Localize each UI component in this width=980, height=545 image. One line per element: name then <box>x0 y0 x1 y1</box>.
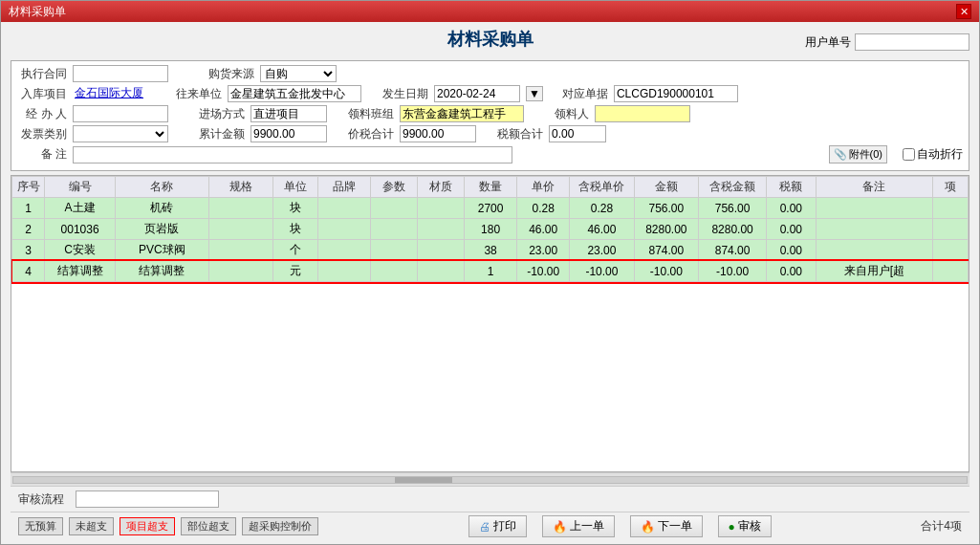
th-material: 材质 <box>417 177 464 198</box>
scrollbar-track[interactable] <box>12 476 968 484</box>
date-picker-icon[interactable]: ▼ <box>526 86 543 101</box>
close-button[interactable]: ✕ <box>956 4 971 19</box>
th-unit: 单位 <box>273 177 318 198</box>
purchase-source-label: 购货来源 <box>205 66 254 82</box>
manager-input[interactable] <box>73 105 168 122</box>
batch-group-input[interactable] <box>400 105 524 122</box>
next-icon: 🔥 <box>641 520 655 534</box>
total-amount-input <box>250 125 327 142</box>
tax-sum-input <box>549 125 606 142</box>
th-tax: 税额 <box>767 177 816 198</box>
workflow-input[interactable] <box>76 490 219 508</box>
badge-project-over[interactable]: 项目超支 <box>120 517 175 535</box>
invoice-label: 发票类别 <box>17 126 67 142</box>
main-window: 材料采购单 ✕ 材料采购单 用户单号 执行合同 购货来源 自购 <box>0 0 980 545</box>
window-title: 材料采购单 <box>9 4 66 20</box>
th-brand: 品牌 <box>317 177 370 198</box>
th-taxprice: 含税单价 <box>570 177 634 198</box>
attachment-icon: 📎 <box>834 148 847 161</box>
remark-input[interactable] <box>73 146 512 164</box>
tax-sum-label: 税额合计 <box>493 126 543 142</box>
purchase-source-select[interactable]: 自购 <box>260 65 337 82</box>
next-button[interactable]: 🔥 下一单 <box>630 515 703 537</box>
batch-group-label: 领料班组 <box>344 106 394 122</box>
receiver-label: 领料人 <box>539 106 589 122</box>
entry-method-label: 进场方式 <box>195 106 245 122</box>
table-row[interactable]: 1A土建机砖块27000.280.28756.00756.000.00 <box>12 198 969 219</box>
partner-input[interactable] <box>228 85 361 102</box>
badge-purchase-control[interactable]: 超采购控制价 <box>242 517 318 535</box>
footer-bar: 无预算 未超支 项目超支 部位超支 超采购控制价 🖨 打印 🔥 上一单 🔥 下一… <box>11 512 969 540</box>
execute-contract-label: 执行合同 <box>17 66 67 82</box>
date-label: 发生日期 <box>379 86 428 102</box>
audit-label: 审核 <box>738 518 761 534</box>
th-proj: 项 <box>933 177 969 198</box>
badge-no-support[interactable]: 未超支 <box>69 517 114 535</box>
table-header-row: 序号 编号 名称 规格 单位 品牌 参数 材质 数量 单价 含税单价 金额 <box>12 177 969 198</box>
table-row[interactable]: 4结算调整结算调整元1-10.00-10.00-10.00-10.000.00来… <box>12 261 969 282</box>
th-qty: 数量 <box>464 177 516 198</box>
correspond-input[interactable] <box>614 85 738 102</box>
tax-total-input <box>400 125 476 142</box>
print-label: 打印 <box>493 518 516 534</box>
total-amount-label: 累计金额 <box>195 126 245 142</box>
auto-break-checkbox[interactable] <box>903 148 915 161</box>
remark-label: 备 注 <box>17 146 67 163</box>
execute-contract-input[interactable] <box>73 65 168 82</box>
form-row-5: 备 注 📎 附件(0) 自动折行 <box>17 145 963 164</box>
title-bar: 材料采购单 ✕ <box>1 1 979 22</box>
th-name: 名称 <box>115 177 208 198</box>
form-row-1: 执行合同 购货来源 自购 <box>17 65 963 82</box>
badge-dept-over[interactable]: 部位超支 <box>181 517 236 535</box>
print-button[interactable]: 🖨 打印 <box>468 515 527 537</box>
print-icon: 🖨 <box>479 520 490 534</box>
user-no-label: 用户单号 <box>805 34 851 51</box>
table-section: 序号 编号 名称 规格 单位 品牌 参数 材质 数量 单价 含税单价 金额 <box>11 175 969 472</box>
entry-method-input[interactable] <box>250 105 327 122</box>
th-seq: 序号 <box>12 177 45 198</box>
tax-total-label: 价税合计 <box>344 126 394 142</box>
th-param: 参数 <box>370 177 417 198</box>
form-row-4: 发票类别 累计金额 价税合计 税额合计 <box>17 125 963 142</box>
attachment-label: 附件(0) <box>849 147 882 162</box>
badge-no-budget[interactable]: 无预算 <box>18 517 63 535</box>
receiver-input[interactable] <box>595 105 690 122</box>
table-row[interactable]: 3C安装PVC球阀个3823.0023.00874.00874.000.00 <box>12 240 969 261</box>
enter-project-label: 入库项目 <box>17 86 67 102</box>
auto-break-label: 自动折行 <box>917 146 963 163</box>
th-spec: 规格 <box>208 177 272 198</box>
invoice-select[interactable] <box>73 125 168 142</box>
th-taxamount: 含税金额 <box>699 177 767 198</box>
correspond-label: 对应单据 <box>558 86 608 102</box>
form-row-3: 经 办 人 进场方式 领料班组 领料人 <box>17 105 963 122</box>
workflow-bar: 审核流程 <box>11 486 969 512</box>
audit-icon: ● <box>729 520 735 534</box>
enter-project-link[interactable]: 金石国际大厦 <box>73 85 145 102</box>
form-row-2: 入库项目 金石国际大厦 往来单位 发生日期 ▼ 对应单据 <box>17 85 963 102</box>
footer-center: 🖨 打印 🔥 上一单 🔥 下一单 ● 审核 <box>468 515 772 537</box>
footer-left: 无预算 未超支 项目超支 部位超支 超采购控制价 <box>18 517 318 535</box>
form-section: 执行合同 购货来源 自购 入库项目 金石国际大厦 往来单位 发生日期 ▼ <box>11 60 969 171</box>
footer-right: 合计4项 <box>921 518 962 534</box>
table-row[interactable]: 2001036页岩版块18046.0046.008280.008280.000.… <box>12 219 969 240</box>
user-no-input[interactable] <box>855 33 969 51</box>
th-code: 编号 <box>45 177 116 198</box>
th-amount: 金额 <box>634 177 698 198</box>
data-table: 序号 编号 名称 规格 单位 品牌 参数 材质 数量 单价 含税单价 金额 <box>11 176 969 282</box>
next-label: 下一单 <box>658 518 692 534</box>
prev-icon: 🔥 <box>553 520 567 534</box>
prev-label: 上一单 <box>570 518 604 534</box>
audit-button[interactable]: ● 审核 <box>718 515 772 537</box>
table-wrapper[interactable]: 序号 编号 名称 规格 单位 品牌 参数 材质 数量 单价 含税单价 金额 <box>11 176 969 471</box>
scrollbar-row <box>11 472 969 486</box>
scrollbar-thumb[interactable] <box>395 477 452 483</box>
manager-label: 经 办 人 <box>17 106 67 122</box>
attachment-button[interactable]: 📎 附件(0) <box>829 145 887 164</box>
date-input[interactable] <box>434 85 520 102</box>
auto-break-container: 自动折行 <box>903 146 963 163</box>
th-remark: 备注 <box>816 177 933 198</box>
content-area: 材料采购单 用户单号 执行合同 购货来源 自购 入库项目 金石国际大厦 <box>1 22 979 544</box>
total-label: 合计4项 <box>921 519 962 533</box>
th-price: 单价 <box>517 177 570 198</box>
prev-button[interactable]: 🔥 上一单 <box>542 515 615 537</box>
